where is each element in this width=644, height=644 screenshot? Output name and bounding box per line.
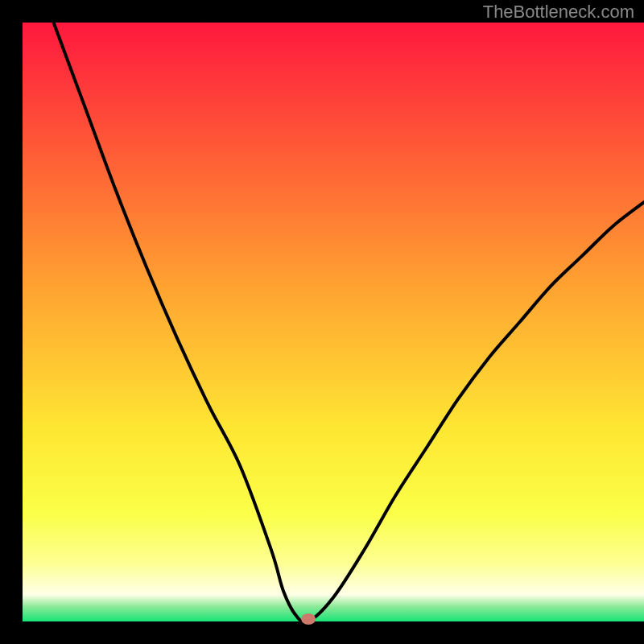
bottleneck-chart <box>0 0 644 644</box>
optimum-marker <box>301 613 316 625</box>
watermark-text: TheBottleneck.com <box>483 2 634 23</box>
plot-background <box>23 23 644 621</box>
chart-container: { "watermark": "TheBottleneck.com", "cha… <box>0 0 644 644</box>
